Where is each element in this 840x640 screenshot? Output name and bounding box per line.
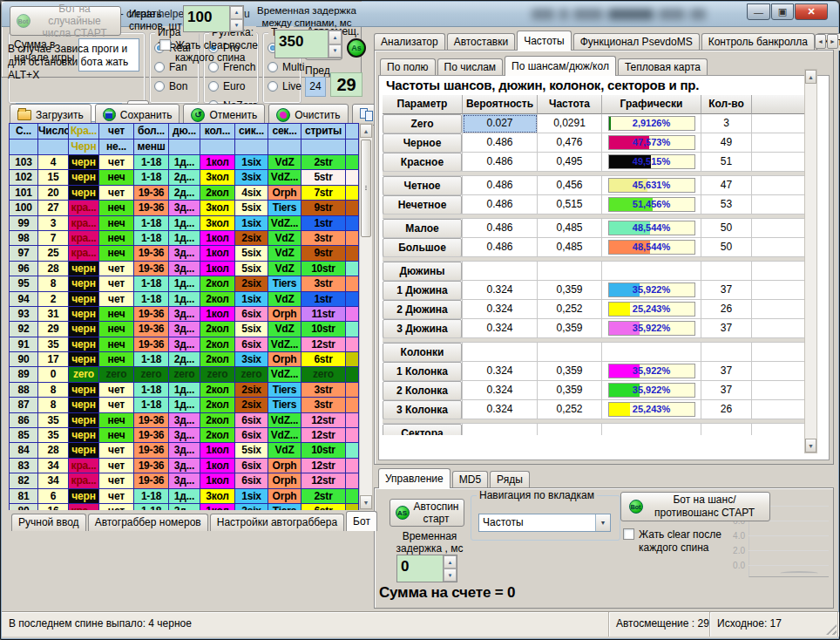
step-down-icon[interactable]: ▼	[230, 19, 243, 32]
spins-row[interactable]: 987кра...неч1-181д...1кол2sixVdZ3str	[10, 231, 359, 246]
frequency-param-button[interactable]: Четное	[383, 176, 462, 195]
maximize-button[interactable]: ▣	[771, 3, 794, 20]
frequency-param-button[interactable]: Нечетное	[383, 195, 462, 214]
frequency-param-button[interactable]: 3 Колонка	[383, 400, 462, 419]
radio-option-multi[interactable]: Multi	[268, 58, 299, 77]
radio-option-bon[interactable]: Bon	[154, 77, 197, 96]
step-down-icon[interactable]: ▼	[444, 569, 457, 582]
spins-row[interactable]: 993кра...неч1-181д...3кол1sixVdZ...1str	[10, 216, 359, 231]
radio-icon[interactable]	[268, 81, 278, 92]
frequency-param-button[interactable]: Большое	[383, 238, 462, 257]
spins-row[interactable]: 816чернчет1-181д...3кол1sixOrph2str	[10, 489, 359, 504]
minimize-button[interactable]: —	[747, 3, 770, 20]
frequency-param-button[interactable]: 2 Дюжина	[383, 300, 462, 319]
bottab-ручной-ввод[interactable]: Ручной ввод	[11, 514, 86, 531]
frequency-param-button[interactable]: 1 Колонка	[383, 362, 462, 381]
subtab-по-полю[interactable]: По полю	[380, 58, 436, 76]
ctrltab-md5[interactable]: MD5	[452, 471, 488, 488]
radio-icon[interactable]	[268, 62, 278, 72]
spins-row[interactable]: 1034чернчет1-181д...1кол1sixVdZ2str	[10, 155, 359, 170]
spins-row[interactable]: 9135черннеч19-363д...2кол6sixVdZ...12str	[10, 337, 359, 352]
spins-row[interactable]: 9331черннеч19-363д...1кол6sixOrph11str	[10, 307, 359, 322]
spins-row[interactable]: 958чернчет1-181д...2кол2sixTiers3str	[10, 276, 359, 291]
frequency-param-button[interactable]: Малое	[383, 219, 462, 238]
step-up-icon[interactable]: ▲	[230, 6, 243, 19]
tab-анализатор[interactable]: Анализатор	[374, 33, 445, 51]
frequency-param-button[interactable]: Сектора	[383, 424, 462, 435]
tab-автоставки[interactable]: Автоставки	[447, 33, 516, 51]
frequency-param-button[interactable]: 1 Дюжина	[383, 281, 462, 300]
chance-bot-start-button[interactable]: Bot Бот на шанс/противошанс СТАРТ	[620, 492, 770, 521]
tab-nav-left-icon[interactable]: ◄	[815, 34, 826, 49]
tab-nav-right-icon[interactable]: ►	[827, 34, 838, 49]
spins-cell: 29	[38, 322, 69, 337]
spins-cell: черн	[69, 428, 99, 443]
subtab-тепловая-карта[interactable]: Тепловая карта	[618, 58, 708, 76]
frequency-param-button[interactable]: 2 Колонка	[383, 381, 462, 400]
title-bar[interactable]: 7 HelperRoullet 8.62 - create helperroul…	[2, 2, 838, 27]
scroll-down-icon[interactable]: ▼	[360, 495, 372, 509]
spins-count-stepper[interactable]: 100 ▲▼	[183, 5, 244, 32]
checkbox-icon[interactable]	[623, 528, 634, 540]
close-button[interactable]: ✕	[795, 3, 828, 20]
spins-row[interactable]: 8535черннеч19-363д...2кол6sixVdZ...12str	[10, 428, 359, 443]
bottab-автограббер-номеров[interactable]: Автограббер номеров	[88, 514, 208, 531]
spins-row[interactable]: 9017черннеч1-182д...2кол3sixOrph6str	[10, 352, 359, 367]
autoshift-as-icon[interactable]: As	[347, 38, 366, 58]
spins-row[interactable]: 890zerozerozerozerozerozeroVdZ...zero	[10, 367, 359, 382]
clear-after-spin-checkbox[interactable]: Жать clear после каждого спина	[623, 528, 733, 555]
ctrltab-управление[interactable]: Управление	[378, 468, 450, 488]
spins-scrollbar[interactable]: ▲ ▼	[359, 123, 373, 510]
spins-row[interactable]: 8428чернчет19-363д...1кол5sixVdZ10str	[10, 443, 359, 458]
spins-row[interactable]: 888чернчет1-181д...2кол2sixTiers3str	[10, 383, 359, 398]
bottab-бот[interactable]: Бот	[346, 511, 377, 531]
bottab-настройки-автограббера[interactable]: Настройки автограббера	[210, 514, 344, 531]
frequency-param-button[interactable]: Красное	[383, 153, 462, 172]
spins-row[interactable]: 9725кра...неч19-363д...1кол5sixVdZ9str	[10, 246, 359, 261]
subtab-по-шансам-дюж-кол[interactable]: По шансам/дюж/кол	[505, 56, 616, 76]
scroll-down-icon[interactable]: ▼	[805, 439, 816, 453]
spins-row[interactable]: 9628чернчет19-363д...1кол5sixVdZ10str	[10, 262, 359, 276]
chevron-down-icon[interactable]: ▼	[595, 514, 610, 531]
spins-row[interactable]: 8234кра...чет19-363д...1кол6sixOrph12str	[10, 473, 359, 488]
tab-контроль-банкролла[interactable]: Контроль банкролла	[701, 33, 815, 51]
spins-row[interactable]: 8334кра...чет19-363д...1кол6sixOrph12str	[10, 459, 359, 473]
clear-after-spin-checkbox[interactable]: Жать clear после каждого спина	[159, 39, 264, 64]
control-delay-stepper[interactable]: 0 ▲▼	[396, 555, 457, 582]
spins-row[interactable]: 9229черннеч19-363д...2кол5sixVdZ10str	[10, 322, 359, 337]
frequency-param-button[interactable]: Дюжины	[383, 262, 462, 281]
tab-navigation-combobox[interactable]: Частоты ▼	[478, 514, 611, 532]
autospin-start-button[interactable]: AS Автоспин старт	[390, 499, 464, 527]
scroll-up-icon[interactable]: ▲	[360, 124, 372, 138]
spins-row[interactable]: 942чернчет1-181д...2кол1sixVdZ1str	[10, 292, 359, 307]
frequency-param-cell: Черное	[383, 133, 463, 153]
radio-icon[interactable]	[154, 81, 165, 92]
checkbox-icon[interactable]	[159, 39, 171, 51]
step-down-icon[interactable]: ▼	[329, 44, 342, 58]
step-up-icon[interactable]: ▲	[444, 555, 457, 569]
frequency-scrollbar[interactable]: ▲ ▼	[804, 69, 817, 453]
frequency-param-button[interactable]: Черное	[383, 133, 462, 153]
spins-row[interactable]: 10027кра...неч19-363д...3кол5sixTiers9st…	[10, 201, 359, 215]
frequency-param-button[interactable]: 3 Дюжина	[383, 319, 462, 338]
spins-row[interactable]: 10215черннеч1-182д...3кол3sixVdZ...5str	[10, 170, 359, 185]
scrollbar-thumb[interactable]	[361, 140, 371, 237]
tab-частоты[interactable]: Частоты	[517, 31, 572, 51]
frequency-param-button[interactable]: Zero	[383, 114, 462, 133]
scroll-up-icon[interactable]: ▲	[805, 70, 816, 84]
spins-row[interactable]: 878чернчет1-181д...2кол2sixTiers3str	[10, 398, 359, 412]
radio-option-euro[interactable]: Euro	[208, 77, 256, 96]
step-up-icon[interactable]: ▲	[329, 31, 342, 44]
spins-row[interactable]: 8016кра...чет1-182д...1кол3sixTiers6str	[10, 504, 359, 510]
tab-функционал-psevdoms[interactable]: Функционал PsevdoMS	[573, 33, 700, 51]
subtab-по-числам[interactable]: По числам	[437, 58, 504, 76]
spins-row[interactable]: 8635черннеч19-363д...2кол6sixVdZ...12str	[10, 413, 359, 428]
radio-option-live[interactable]: Live	[268, 77, 299, 96]
spins-row[interactable]: 10120чернчет19-362д...2кол4sixOrph7str	[10, 186, 359, 201]
ctrltab-ряды[interactable]: Ряды	[490, 471, 530, 488]
random-bot-start-button[interactable]: Bot Бот на случайные числа СТАРТ	[10, 6, 121, 36]
frequency-param-button[interactable]: Колонки	[383, 343, 462, 362]
radio-icon[interactable]	[208, 81, 219, 92]
spins-table[interactable]: С...ЧислоКра...четбол...дю...кол...сик..…	[9, 123, 359, 510]
spin-delay-stepper[interactable]: 350 ▲▼	[274, 30, 342, 58]
